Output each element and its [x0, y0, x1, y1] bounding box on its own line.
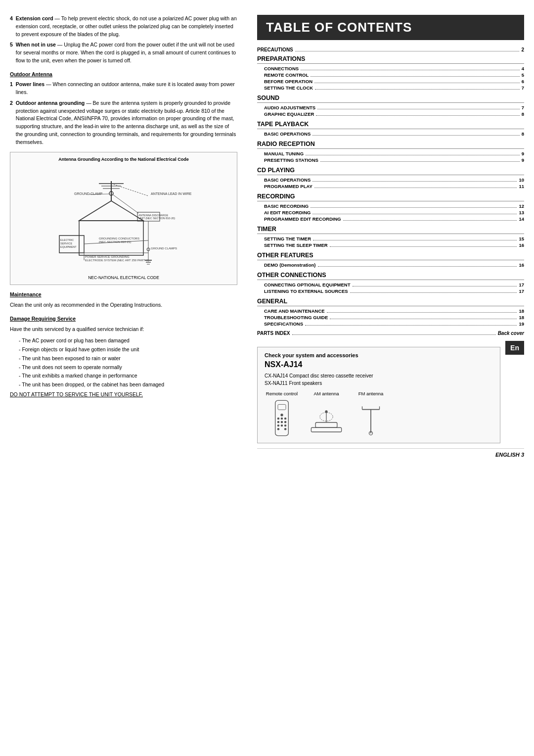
- outdoor-2-number: 2: [10, 99, 13, 146]
- toc-entry-page: 6: [522, 79, 524, 84]
- toc-entry: SPECIFICATIONS19: [257, 321, 524, 327]
- svg-point-44: [281, 425, 283, 426]
- antenna-diagram-svg: ANTENNA LEAD IN WIRE GROUND CLAMP ANTENN…: [49, 166, 198, 270]
- footer: ENGLISH 3: [257, 448, 524, 458]
- svg-text:GROUNDING CONDUCTORS: GROUNDING CONDUCTORS: [99, 237, 139, 240]
- svg-text:POWER SERVICE GROUNDING: POWER SERVICE GROUNDING: [85, 255, 130, 258]
- toc-entry: DEMO (Demonstration)16: [257, 262, 524, 268]
- parts-index-row: PARTS INDEX Back cover: [257, 331, 524, 336]
- toc-dots: [312, 135, 519, 136]
- toc-entry-label: TROUBLESHOOTING GUIDE: [264, 315, 328, 320]
- toc-entry-label: DEMO (Demonstration): [264, 262, 316, 268]
- toc-dots: [312, 181, 517, 182]
- toc-entry: SETTING THE CLOCK7: [257, 85, 524, 91]
- damage-bullets: The AC power cord or plug has been damag…: [15, 337, 237, 389]
- item-4-number: 4: [10, 15, 13, 38]
- toc-dots: [315, 89, 519, 90]
- item-4: 4 Extension cord — To help prevent elect…: [10, 15, 237, 38]
- toc-entry-page: 11: [519, 184, 524, 189]
- damage-bullet-2: Foreign objects or liquid have gotten in…: [15, 346, 237, 354]
- toc-entry-label: SPECIFICATIONS: [264, 321, 303, 327]
- toc-entry: PROGRAMMED EDIT RECORDING14: [257, 216, 524, 222]
- item-5-number: 5: [10, 41, 13, 64]
- accessory-am-antenna: AM antenna: [309, 391, 344, 438]
- toc-entry-page: 14: [519, 216, 524, 222]
- toc-dots: [314, 188, 517, 188]
- toc-dots: [313, 240, 517, 240]
- damage-bullet-3: The unit has been exposed to rain or wat…: [15, 355, 237, 363]
- toc-entry-page: 5: [522, 72, 524, 78]
- toc-entry-label: GRAPHIC EQUALIZER: [264, 111, 314, 117]
- toc-section-header: RADIO RECEPTION: [257, 141, 524, 149]
- toc-entry-label: SETTING THE CLOCK: [264, 85, 313, 91]
- en-badge: En: [505, 341, 524, 355]
- antenna-diagram: Antenna Grounding According to the Natio…: [10, 152, 237, 285]
- damage-intro: Have the units serviced by a qualified s…: [10, 326, 237, 333]
- toc-dots: [330, 319, 517, 319]
- toc-dots: [318, 266, 517, 267]
- toc-entry-page: 17: [519, 288, 524, 294]
- toc-section-header: OTHER CONNECTIONS: [257, 272, 524, 280]
- toc-entry-page: 15: [519, 236, 524, 241]
- toc-entry: CARE AND MAINTENANCE18: [257, 308, 524, 314]
- toc-sections: PREPARATIONSCONNECTIONS4REMOTE CONTROL5B…: [257, 55, 524, 327]
- damage-bullet-6: The unit has been dropped, or the cabine…: [15, 381, 237, 389]
- check-system-box: Check your system and accessories NSX-AJ…: [257, 347, 500, 443]
- toc-entry-label: PROGRAMMED PLAY: [264, 184, 312, 189]
- toc-entry-page: 17: [519, 282, 524, 287]
- svg-marker-1: [79, 201, 143, 221]
- svg-point-37: [277, 418, 279, 420]
- toc-entry: BASIC RECORDING12: [257, 203, 524, 209]
- svg-rect-48: [315, 423, 337, 428]
- svg-text:ELECTRODE SYSTEM (NEC ART 250 : ELECTRODE SYSTEM (NEC ART 250 PART H): [85, 259, 149, 262]
- damage-bullet-5: The unit exhibits a marked change in per…: [15, 372, 237, 380]
- toc-entry: REMOTE CONTROL5: [257, 72, 524, 78]
- toc-dots: [350, 292, 517, 293]
- svg-point-38: [281, 418, 283, 420]
- item-4-text: Extension cord — To help prevent electri…: [16, 15, 237, 38]
- toc-section-recording: RECORDINGBASIC RECORDING12AI EDIT RECORD…: [257, 193, 524, 222]
- toc-entry-label: SETTING THE TIMER: [264, 236, 311, 241]
- accessories-row: Remote control: [265, 391, 493, 438]
- toc-dots: [305, 325, 517, 326]
- outdoor-item-2: 2 Outdoor antenna grounding — Be sure th…: [10, 99, 237, 146]
- toc-precautions-dots: [295, 51, 520, 51]
- toc-entry: SETTING THE SLEEP TIMER16: [257, 242, 524, 248]
- toc-entry-page: 9: [522, 157, 524, 163]
- toc-entry-page: 9: [522, 151, 524, 156]
- toc-dots: [301, 70, 520, 70]
- toc-entry: PRESETTING STATIONS9: [257, 157, 524, 163]
- parts-index-page: Back cover: [498, 331, 524, 336]
- toc-entry: CONNECTING OPTIONAL EQUIPMENT17: [257, 282, 524, 287]
- toc-title: TABLE OF CONTENTS: [257, 15, 524, 40]
- diagram-title: Antenna Grounding According to the Natio…: [14, 156, 233, 163]
- toc-dots: [311, 76, 519, 77]
- toc-entry: BASIC OPERATIONS8: [257, 131, 524, 137]
- toc-entry-label: SETTING THE SLEEP TIMER: [264, 242, 328, 248]
- toc-entry-page: 12: [519, 203, 524, 209]
- toc-entry-page: 10: [519, 177, 524, 183]
- toc-entry-label: LISTENING TO EXTERNAL SOURCES: [264, 288, 348, 294]
- page: 4 Extension cord — To help prevent elect…: [0, 0, 534, 756]
- toc-entry-label: AI EDIT RECORDING: [264, 210, 311, 215]
- parts-index-label: PARTS INDEX: [257, 331, 290, 336]
- toc-dots: [327, 312, 517, 313]
- toc-entry: GRAPHIC EQUALIZER8: [257, 111, 524, 117]
- svg-text:GROUND CLAMP: GROUND CLAMP: [74, 192, 103, 195]
- toc-entry-label: CONNECTIONS: [264, 66, 299, 71]
- toc-section-header: TAPE PLAYBACK: [257, 121, 524, 129]
- fm-antenna-icon: [354, 398, 388, 438]
- toc-entry-label: BASIC OPERATIONS: [264, 177, 311, 183]
- svg-point-36: [280, 414, 283, 416]
- accessory-remote-label: Remote control: [266, 391, 298, 396]
- damage-bullet-1: The AC power cord or plug has been damag…: [15, 337, 237, 345]
- toc-dots: [317, 109, 520, 109]
- svg-point-47: [284, 428, 286, 430]
- svg-text:SERVICE: SERVICE: [60, 242, 72, 245]
- toc-entry-label: CARE AND MAINTENANCE: [264, 308, 325, 314]
- toc-dots: [330, 246, 517, 247]
- item-5: 5 When not in use — Unplug the AC power …: [10, 41, 237, 64]
- svg-rect-35: [278, 404, 286, 410]
- toc-section-cd-playing: CD PLAYINGBASIC OPERATIONS10PROGRAMMED P…: [257, 167, 524, 189]
- toc-section-tape-playback: TAPE PLAYBACKBASIC OPERATIONS8: [257, 121, 524, 137]
